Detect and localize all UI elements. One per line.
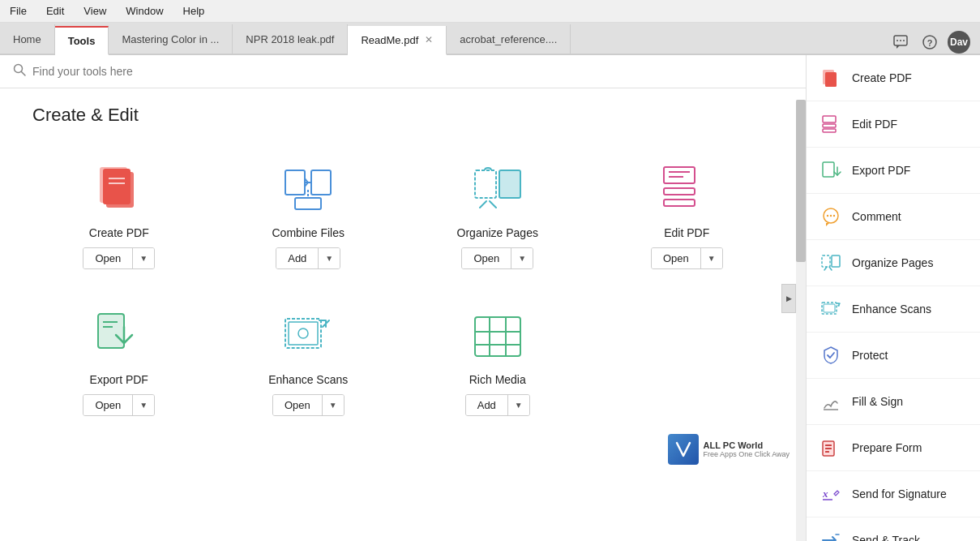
svg-rect-40 [823,129,836,132]
svg-point-30 [298,328,308,338]
tab-acrobat-label: acrobat_reference.... [460,33,557,45]
organize-pages-name: Organize Pages [457,226,538,239]
sidebar-item-protect[interactable]: Protect [807,333,980,379]
search-input[interactable] [32,65,793,78]
organize-pages-open-btn[interactable]: Open [462,248,511,268]
export-pdf-sidebar-icon [820,159,842,182]
sidebar-item-send-signature[interactable]: x Send for Signature [807,471,980,517]
scrollbar-thumb[interactable] [796,100,806,262]
scrollbar-track[interactable] [796,100,806,541]
user-avatar[interactable]: Dav [948,31,970,54]
svg-point-46 [833,215,835,217]
combine-files-arrow-btn[interactable]: ▼ [319,248,340,268]
menu-bar: File Edit View Window Help [0,0,980,23]
menu-edit[interactable]: Edit [43,3,67,19]
edit-pdf-icon [654,161,719,218]
tab-npr[interactable]: NPR 2018 leak.pdf [233,24,348,54]
tab-home[interactable]: Home [0,24,55,54]
svg-rect-24 [98,314,124,348]
rich-media-btn-group: Add ▼ [465,394,530,416]
svg-rect-15 [295,198,321,209]
svg-point-45 [830,215,832,217]
export-pdf-icon [87,308,152,365]
enhance-scans-arrow-btn[interactable]: ▼ [323,395,344,415]
sidebar-item-organize-pages[interactable]: Organize Pages [807,240,980,286]
sidebar-item-comment[interactable]: Comment [807,194,980,240]
rich-media-icon [465,308,530,365]
sidebar-item-prepare-form[interactable]: Prepare Form [807,425,980,471]
sidebar-protect-label: Protect [852,349,888,362]
edit-pdf-btn-group: Open ▼ [651,247,723,269]
menu-help[interactable]: Help [180,3,208,19]
svg-rect-39 [823,124,836,127]
menu-view[interactable]: View [80,3,109,19]
svg-rect-29 [289,322,318,345]
tools-content: Create & Edit Create PDF [0,88,806,541]
export-pdf-open-btn[interactable]: Open [83,395,133,415]
create-pdf-arrow-btn[interactable]: ▼ [133,248,154,268]
svg-rect-41 [823,162,834,177]
combine-files-add-btn[interactable]: Add [276,248,319,268]
tools-grid-row2: Export PDF Open ▼ [32,292,773,424]
rich-media-add-btn[interactable]: Add [466,395,508,415]
organize-pages-arrow-btn[interactable]: ▼ [511,248,533,268]
organize-pages-sidebar-icon [820,251,842,274]
svg-rect-13 [285,170,305,195]
comment-sidebar-icon [820,205,842,228]
prepare-form-sidebar-icon [820,436,842,459]
svg-rect-54 [825,448,832,449]
export-pdf-arrow-btn[interactable]: ▼ [133,395,154,415]
svg-rect-16 [475,170,496,198]
sidebar-send-signature-label: Send for Signature [852,487,947,500]
tab-tools[interactable]: Tools [55,26,109,55]
tab-acrobat[interactable]: acrobat_reference.... [447,24,571,54]
svg-rect-47 [822,255,830,267]
help-icon-button[interactable]: ? [918,31,941,54]
export-pdf-name: Export PDF [90,373,148,386]
svg-point-3 [903,40,905,41]
enhance-scans-open-btn[interactable]: Open [273,395,323,415]
sidebar-comment-label: Comment [852,210,901,223]
edit-pdf-arrow-btn[interactable]: ▼ [701,248,722,268]
svg-rect-50 [824,304,835,312]
sidebar-item-export-pdf[interactable]: Export PDF [807,148,980,194]
content-area: Create & Edit Create PDF [0,55,806,541]
tab-readme-close[interactable]: ✕ [425,34,433,45]
export-pdf-btn-group: Open ▼ [83,394,155,416]
svg-rect-17 [499,170,520,198]
tool-card-organize-pages: Organize Pages Open ▼ [411,145,584,277]
organize-pages-icon [465,161,530,218]
tab-mastering-label: Mastering Color in ... [122,33,219,45]
sidebar-item-create-pdf[interactable]: Create PDF [807,55,980,101]
watermark: ALL PC World Free Apps One Click Away [668,434,790,465]
sidebar-item-send-track[interactable]: Send & Track [807,517,980,541]
rich-media-arrow-btn[interactable]: ▼ [508,395,529,415]
sidebar-item-edit-pdf[interactable]: Edit PDF [807,101,980,148]
tool-card-empty: ALL PC World Free Apps One Click Away [601,292,774,424]
edit-pdf-open-btn[interactable]: Open [652,248,701,268]
sidebar-enhance-scans-label: Enhance Scans [852,303,931,316]
sidebar-fill-sign-label: Fill & Sign [852,395,903,408]
create-pdf-icon [87,161,152,218]
edit-pdf-name: Edit PDF [664,226,709,239]
sidebar-edit-pdf-label: Edit PDF [852,118,897,131]
svg-point-2 [900,40,901,41]
tool-card-enhance-scans: Enhance Scans Open ▼ [222,292,396,424]
sidebar-item-fill-sign[interactable]: Fill & Sign [807,379,980,425]
watermark-line2: Free Apps One Click Away [704,450,790,458]
tools-grid-row1: Create PDF Open ▼ [32,145,773,277]
tab-readme[interactable]: ReadMe.pdf ✕ [348,26,447,55]
tab-mastering[interactable]: Mastering Color in ... [109,24,233,54]
send-track-sidebar-icon [820,529,842,541]
menu-file[interactable]: File [6,3,30,19]
main-layout: Create & Edit Create PDF [0,55,980,541]
svg-point-44 [827,215,828,217]
create-pdf-open-btn[interactable]: Open [83,248,133,268]
svg-rect-28 [285,319,321,348]
tool-card-edit-pdf: Edit PDF Open ▼ [601,145,774,277]
sidebar-item-enhance-scans[interactable]: Enhance Scans [807,286,980,333]
chat-icon-button[interactable] [889,31,912,54]
tab-bar: Home Tools Mastering Color in ... NPR 20… [0,23,980,55]
collapse-panel-button[interactable]: ▶ [781,284,796,313]
menu-window[interactable]: Window [122,3,166,19]
